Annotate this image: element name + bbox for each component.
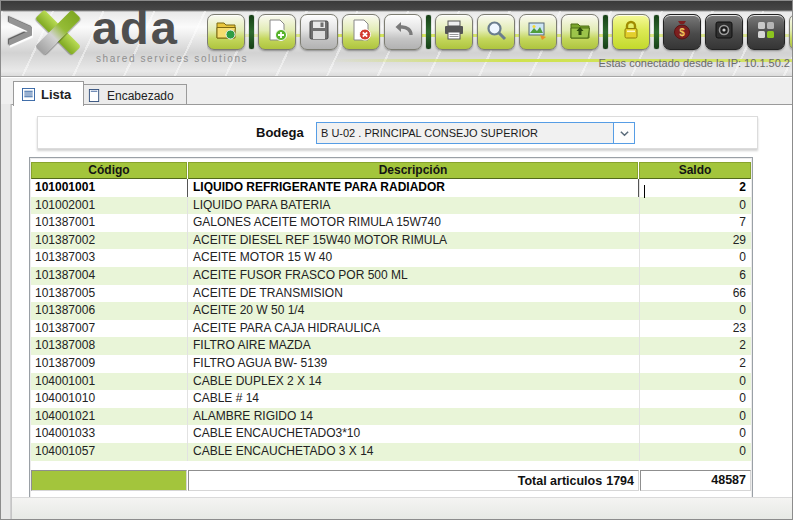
table-row[interactable]: 104001057CABLE ENCAUCHETADO 3 X 140 (31, 443, 751, 461)
cell-saldo[interactable]: 66 (639, 285, 751, 303)
column-header-descripcion[interactable]: Descripción (188, 162, 638, 179)
table-row[interactable]: 101387001GALONES ACEITE MOTOR RIMULA 15W… (31, 214, 751, 232)
cell-codigo[interactable]: 101387005 (31, 285, 187, 303)
cell-saldo[interactable]: 6 (639, 267, 751, 285)
cell-descripcion[interactable]: CABLE ENCAUCHETADO 3 X 14 (187, 443, 639, 461)
table-row[interactable]: 101387003ACEITE MOTOR 15 W 400 (31, 249, 751, 267)
toolbar-separator (603, 15, 608, 49)
folder-up-icon (568, 18, 592, 46)
cell-codigo[interactable]: 101387008 (31, 337, 187, 355)
undo-button[interactable] (384, 14, 422, 50)
calculator-button[interactable] (747, 14, 785, 50)
table-body: 101001001LIQUIDO REFRIGERANTE PARA RADIA… (31, 179, 751, 461)
cell-codigo[interactable]: 104001021 (31, 408, 187, 426)
search-button[interactable] (477, 14, 515, 50)
footer-total-saldo: 48587 (640, 470, 751, 491)
table-row[interactable]: 104001001CABLE DUPLEX 2 X 140 (31, 373, 751, 391)
cell-saldo[interactable]: 0 (639, 425, 751, 443)
cell-descripcion[interactable]: FILTRO AIRE MAZDA (187, 337, 639, 355)
bodega-select[interactable]: B U-02 . PRINCIPAL CONSEJO SUPERIOR (316, 122, 635, 144)
cell-descripcion[interactable]: FILTRO AGUA BW- 5139 (187, 355, 639, 373)
cell-codigo[interactable]: 101002001 (31, 197, 187, 215)
left-splitter[interactable] (1, 104, 11, 519)
table-row[interactable]: 101387008FILTRO AIRE MAZDA2 (31, 337, 751, 355)
delete-button[interactable] (342, 14, 380, 50)
cell-saldo[interactable]: 2 (639, 355, 751, 373)
cell-saldo[interactable]: 23 (639, 320, 751, 338)
cell-saldo[interactable]: 7 (639, 214, 751, 232)
connection-status: Estas conectado desde la IP: 10.1.50.2 (599, 57, 790, 69)
cell-saldo[interactable]: 0 (639, 302, 751, 320)
table-row[interactable]: 101387002ACEITE DIESEL REF 15W40 MOTOR R… (31, 232, 751, 250)
lock-button[interactable] (612, 14, 650, 50)
cell-codigo[interactable]: 101001001 (31, 179, 187, 197)
cell-descripcion[interactable]: ACEITE FUSOR FRASCO POR 500 ML (187, 267, 639, 285)
calculator-icon (754, 18, 778, 46)
inventory-table: Código Descripción Saldo 101001001LIQUID… (29, 157, 753, 499)
new-button[interactable] (258, 14, 296, 50)
footer-accent-cell (31, 470, 187, 491)
column-header-codigo[interactable]: Código (31, 162, 187, 179)
column-header-saldo[interactable]: Saldo (639, 162, 751, 179)
cell-descripcion[interactable]: CABLE # 14 (187, 390, 639, 408)
cell-codigo[interactable]: 101387006 (31, 302, 187, 320)
folder-up-button[interactable] (561, 14, 599, 50)
cell-saldo[interactable]: 0 (639, 373, 751, 391)
status-strip (12, 497, 792, 519)
table-row[interactable]: 101387009FILTRO AGUA BW- 51392 (31, 355, 751, 373)
cell-saldo[interactable]: 0 (639, 408, 751, 426)
cell-descripcion[interactable]: ACEITE DE TRANSMISION (187, 285, 639, 303)
cell-codigo[interactable]: 101387002 (31, 232, 187, 250)
tab-encabezado[interactable]: Encabezado (79, 84, 187, 106)
cell-codigo[interactable]: 104001010 (31, 390, 187, 408)
cell-descripcion[interactable]: ALAMBRE RIGIDO 14 (187, 408, 639, 426)
table-row[interactable]: 101387005ACEITE DE TRANSMISION66 (31, 285, 751, 303)
cell-saldo[interactable]: 2 (639, 337, 751, 355)
cell-codigo[interactable]: 104001033 (31, 425, 187, 443)
cell-descripcion[interactable]: LIQUIDO REFRIGERANTE PARA RADIADOR (187, 179, 639, 197)
cell-descripcion[interactable]: ACEITE 20 W 50 1/4 (187, 302, 639, 320)
cell-codigo[interactable]: 101387004 (31, 267, 187, 285)
table-row[interactable]: 101387006ACEITE 20 W 50 1/40 (31, 302, 751, 320)
total-count: 1794 (606, 474, 634, 488)
table-row[interactable]: 104001010CABLE # 140 (31, 390, 751, 408)
cell-descripcion[interactable]: ACEITE DIESEL REF 15W40 MOTOR RIMULA (187, 232, 639, 250)
table-row[interactable]: 104001021ALAMBRE RIGIDO 140 (31, 408, 751, 426)
cell-codigo[interactable]: 101387009 (31, 355, 187, 373)
chevron-down-icon[interactable] (613, 123, 634, 143)
table-row[interactable]: 101387004ACEITE FUSOR FRASCO POR 500 ML6 (31, 267, 751, 285)
cell-codigo[interactable]: 101387001 (31, 214, 187, 232)
cell-saldo[interactable]: 0 (639, 390, 751, 408)
cell-saldo[interactable]: 0 (639, 443, 751, 461)
safe-button[interactable] (705, 14, 743, 50)
cell-saldo[interactable]: 29 (639, 232, 751, 250)
cell-descripcion[interactable]: LIQUIDO PARA BATERIA (187, 197, 639, 215)
cell-descripcion[interactable]: GALONES ACEITE MOTOR RIMULA 15W740 (187, 214, 639, 232)
export-image-button[interactable] (519, 14, 557, 50)
cell-codigo[interactable]: 101387007 (31, 320, 187, 338)
cell-codigo[interactable]: 104001057 (31, 443, 187, 461)
cell-codigo[interactable]: 101387003 (31, 249, 187, 267)
money-button[interactable]: $ (663, 14, 701, 50)
cell-descripcion[interactable]: CABLE ENCAUCHETADO3*10 (187, 425, 639, 443)
cell-saldo[interactable]: 0 (639, 197, 751, 215)
cell-descripcion[interactable]: CABLE DUPLEX 2 X 14 (187, 373, 639, 391)
cell-saldo[interactable]: 2 (639, 179, 751, 197)
table-row[interactable]: 101387007ACEITE PARA CAJA HIDRAULICA23 (31, 320, 751, 338)
more-button[interactable] (789, 14, 792, 50)
cell-codigo[interactable]: 104001001 (31, 373, 187, 391)
print-button[interactable] (435, 14, 473, 50)
toolbar-separator (249, 15, 254, 49)
table-row[interactable]: 104001033CABLE ENCAUCHETADO3*100 (31, 425, 751, 443)
save-button[interactable] (300, 14, 338, 50)
toolbar-separator (426, 15, 431, 49)
cell-saldo[interactable]: 0 (639, 249, 751, 267)
cell-descripcion[interactable]: ACEITE MOTOR 15 W 40 (187, 249, 639, 267)
ada-logo: > ada shared services solutions (7, 7, 248, 64)
tab-lista[interactable]: Lista (13, 81, 84, 106)
table-row[interactable]: 101002001LIQUIDO PARA BATERIA0 (31, 197, 751, 215)
table-header: Código Descripción Saldo (31, 162, 751, 179)
list-icon (22, 88, 35, 101)
cell-descripcion[interactable]: ACEITE PARA CAJA HIDRAULICA (187, 320, 639, 338)
table-row[interactable]: 101001001LIQUIDO REFRIGERANTE PARA RADIA… (31, 179, 751, 197)
